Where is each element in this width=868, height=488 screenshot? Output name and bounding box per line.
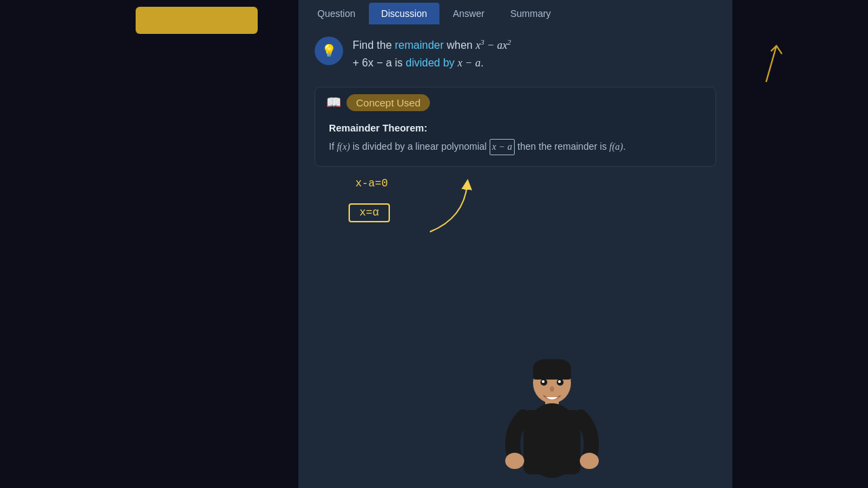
tab-question[interactable]: Question — [305, 3, 368, 24]
svg-point-9 — [558, 380, 561, 383]
question-text: Find the remainder when x3 − ax2 + 6x − … — [353, 37, 511, 72]
theorem-title: Remainder Theorem: — [329, 121, 702, 136]
annotation-line2: x=α — [349, 203, 390, 222]
book-icon: 📖 — [326, 95, 341, 110]
main-content: Question Discussion Answer Summary 💡 Fin… — [298, 0, 732, 488]
bulb-icon: 💡 — [321, 43, 336, 58]
person-area — [491, 352, 613, 488]
boxed-xa-term: x − a — [490, 139, 515, 155]
math-annotation: x-a=0 x=α — [342, 178, 477, 245]
svg-rect-2 — [533, 366, 571, 380]
concept-header: 📖 Concept Used — [315, 87, 715, 118]
tab-answer[interactable]: Answer — [441, 3, 497, 24]
concept-card: 📖 Concept Used Remainder Theorem: If f(x… — [315, 87, 716, 167]
fa-term: f(a) — [610, 142, 623, 152]
divisor-text: x − a — [458, 57, 481, 68]
fx-term: f(x) — [337, 142, 350, 152]
annotation-arrow — [423, 178, 477, 239]
annotation-line1: x-a=0 — [355, 178, 388, 190]
left-panel — [0, 0, 298, 488]
svg-point-12 — [580, 453, 599, 469]
concept-body: Remainder Theorem: If f(x) is divided by… — [315, 118, 715, 156]
divided-by-highlight: divided by — [406, 57, 454, 68]
question-row: 💡 Find the remainder when x3 − ax2 + 6x … — [315, 37, 716, 72]
svg-point-11 — [505, 453, 524, 469]
theorem-desc: If f(x) is divided by a linear polynomia… — [329, 139, 702, 155]
svg-point-8 — [542, 380, 545, 383]
question-icon: 💡 — [315, 37, 343, 65]
tab-summary[interactable]: Summary — [498, 3, 563, 24]
remainder-highlight: remainder — [395, 39, 443, 51]
tab-discussion[interactable]: Discussion — [369, 3, 439, 24]
left-panel-card — [136, 7, 258, 34]
equation-part1: x3 − ax2 — [475, 39, 511, 51]
svg-rect-5 — [524, 410, 580, 474]
content-area: 💡 Find the remainder when x3 − ax2 + 6x … — [298, 24, 732, 488]
svg-point-10 — [550, 386, 554, 392]
person-illustration — [505, 359, 599, 488]
right-arrow-decoration — [746, 34, 787, 88]
tab-bar: Question Discussion Answer Summary — [298, 0, 732, 24]
right-panel — [732, 0, 868, 488]
concept-label: Concept Used — [347, 94, 430, 111]
